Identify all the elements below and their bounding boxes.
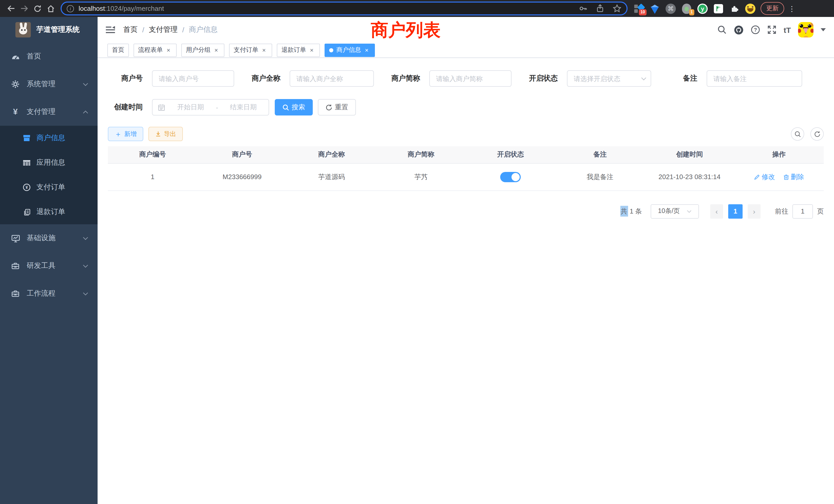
close-icon[interactable]: × <box>260 46 267 54</box>
extension-emoji-icon[interactable] <box>745 3 755 14</box>
browser-home-icon[interactable] <box>44 2 58 15</box>
breadcrumb-home[interactable]: 首页 <box>123 25 138 35</box>
full-name-input[interactable] <box>290 70 374 87</box>
sidebar-item-workflow[interactable]: 工作流程 <box>0 280 97 307</box>
password-key-icon[interactable] <box>579 4 588 13</box>
close-icon[interactable]: × <box>308 46 315 54</box>
tab-pay-order[interactable]: 支付订单× <box>229 43 272 57</box>
avatar-caret-icon[interactable] <box>821 28 826 31</box>
bookmark-star-icon[interactable] <box>613 4 621 13</box>
shop-icon <box>22 134 31 142</box>
page-content: 商户号 商户全称 商户简称 开启状态 <box>97 70 834 219</box>
header-search-icon[interactable] <box>718 25 727 35</box>
end-date-placeholder: 结束日期 <box>223 102 263 112</box>
url-text: localhost:1024/pay/merchant <box>79 5 579 12</box>
cell-merchant-no: M233666999 <box>197 163 287 190</box>
page-number-1[interactable]: 1 <box>728 204 743 219</box>
chevron-down-icon <box>83 292 88 295</box>
app-logo-row[interactable]: 芋道管理系统 <box>0 17 97 43</box>
sidebar-item-pay[interactable]: ¥ 支付管理 <box>0 98 97 126</box>
sidebar-item-refund-order[interactable]: 退款订单 <box>0 200 97 224</box>
sidebar-fold-icon[interactable] <box>106 26 115 34</box>
goto-label: 前往 <box>775 207 788 216</box>
address-bar[interactable]: i localhost:1024/pay/merchant <box>61 2 628 16</box>
extension-grid-icon[interactable]: 10 <box>634 3 644 14</box>
tab-refund-order[interactable]: 退款订单× <box>277 43 320 57</box>
export-button[interactable]: 导出 <box>148 127 183 141</box>
font-size-icon[interactable]: tT <box>784 25 791 34</box>
cell-remark: 我是备注 <box>555 163 645 190</box>
sidebar-item-app-info[interactable]: 应用信息 <box>0 151 97 175</box>
tab-user-group[interactable]: 用户分组× <box>181 43 224 57</box>
page-size-select[interactable]: 10条/页 <box>651 204 699 219</box>
site-info-icon[interactable]: i <box>67 5 74 12</box>
browser-update-button[interactable]: 更新 <box>761 2 784 15</box>
screen: i localhost:1024/pay/merchant 10 <box>0 0 834 504</box>
chevron-down-icon <box>686 210 692 213</box>
tab-home[interactable]: 首页 <box>107 43 129 57</box>
close-icon[interactable]: × <box>213 46 220 54</box>
extension-y-icon[interactable]: y <box>697 3 708 14</box>
fullscreen-icon[interactable] <box>767 25 776 35</box>
reset-button[interactable]: 重置 <box>318 99 356 115</box>
table-row: 1 M233666999 芋道源码 芋艿 我是备注 2021-10-23 08:… <box>108 163 824 190</box>
pencil-icon <box>754 174 760 180</box>
annotation-merchant-list: 商户列表 <box>371 19 441 42</box>
chevron-down-icon <box>83 83 88 86</box>
cell-short-name: 芋艿 <box>376 163 466 190</box>
merchant-table: 商户编号 商户号 商户全称 商户简称 开启状态 备注 创建时间 操作 1 <box>108 146 824 191</box>
tab-process-form[interactable]: 流程表单× <box>133 43 177 57</box>
chevron-down-icon <box>83 264 88 268</box>
app-logo-rabbit-image <box>16 22 31 38</box>
show-search-toggle-button[interactable] <box>791 127 804 141</box>
top-navbar: 首页 / 支付管理 / 商户信息 ? <box>97 17 834 43</box>
search-button[interactable]: 搜索 <box>275 99 313 115</box>
extension-command-icon[interactable]: ⌘ <box>665 3 676 14</box>
delete-link[interactable]: 删除 <box>783 172 804 181</box>
extension-flag-icon[interactable] <box>713 3 724 14</box>
status-select[interactable] <box>567 70 651 87</box>
sidebar-item-devtools[interactable]: 研发工具 <box>0 252 97 280</box>
extension-puzzle-icon[interactable] <box>729 3 740 14</box>
next-page-button[interactable]: › <box>748 204 761 219</box>
remark-input[interactable] <box>707 70 802 87</box>
cell-actions: 修改 删除 <box>734 163 824 190</box>
cell-full-name: 芋道源码 <box>287 163 376 190</box>
documents-icon <box>22 208 31 216</box>
browser-menu-icon[interactable]: ⋮ <box>788 4 795 13</box>
browser-back-icon[interactable] <box>4 2 18 15</box>
cell-status <box>466 163 555 190</box>
add-button[interactable]: ＋ 新增 <box>108 127 143 141</box>
briefcase-icon <box>11 290 20 298</box>
tab-merchant-info[interactable]: 商户信息× <box>325 43 375 57</box>
merchant-no-input[interactable] <box>152 70 234 87</box>
browser-reload-icon[interactable] <box>31 2 44 15</box>
sidebar-item-merchant-info[interactable]: 商户信息 <box>0 126 97 151</box>
extension-gem-icon[interactable] <box>650 3 660 14</box>
total-count: 共 1 条 <box>620 207 642 216</box>
sidebar-item-pay-order[interactable]: ¥ 支付订单 <box>0 175 97 200</box>
close-icon[interactable]: × <box>165 46 172 54</box>
extension-notify-icon[interactable]: 1 <box>681 3 692 14</box>
breadcrumb: 首页 / 支付管理 / 商户信息 <box>123 25 218 35</box>
browser-forward-icon[interactable] <box>18 2 31 15</box>
breadcrumb-pay[interactable]: 支付管理 <box>149 25 178 35</box>
date-range-picker[interactable]: 开始日期 - 结束日期 <box>152 99 269 115</box>
goto-page-input[interactable] <box>792 204 813 219</box>
sidebar-item-system[interactable]: 系统管理 <box>0 70 97 98</box>
github-icon[interactable] <box>734 25 744 35</box>
filter-create-time: 创建时间 开始日期 - 结束日期 <box>108 99 269 115</box>
sidebar-item-infra[interactable]: 基础设施 <box>0 224 97 252</box>
sidebar-item-home[interactable]: 首页 <box>0 43 97 70</box>
edit-link[interactable]: 修改 <box>754 172 775 181</box>
refresh-button[interactable] <box>810 127 824 141</box>
calendar-icon <box>158 104 166 111</box>
close-icon[interactable]: × <box>363 46 370 54</box>
cell-create-time: 2021-10-23 08:31:14 <box>645 163 734 190</box>
short-name-input[interactable] <box>429 70 511 87</box>
help-icon[interactable]: ? <box>751 25 760 35</box>
status-toggle[interactable] <box>500 172 521 182</box>
avatar[interactable] <box>798 22 813 38</box>
share-icon[interactable] <box>596 4 605 13</box>
prev-page-button[interactable]: ‹ <box>710 204 723 219</box>
